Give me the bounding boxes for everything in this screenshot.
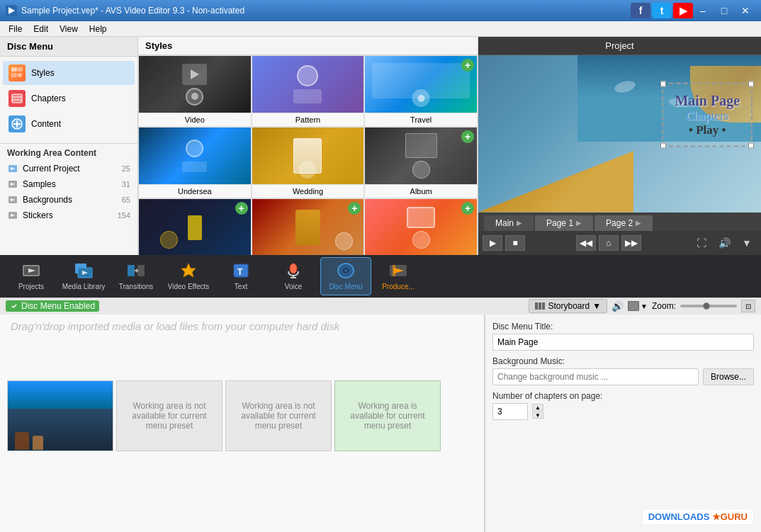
disc-title-section: Disc Menu Title: — [492, 322, 754, 351]
fullscreen-button[interactable]: ⛶ — [692, 235, 711, 251]
minimize-button[interactable]: – — [693, 3, 713, 18]
preview-chapters: Chapters — [675, 109, 740, 123]
style-item-video[interactable]: Video — [138, 55, 252, 127]
youtube-icon[interactable]: ▶ — [673, 3, 693, 18]
working-item-stickers[interactable]: Stickers 154 — [0, 208, 137, 223]
current-project-count: 25 — [122, 164, 130, 173]
svg-rect-3 — [11, 67, 17, 72]
timeline-thumb-ocean[interactable] — [7, 380, 113, 451]
tab-main[interactable]: Main ▶ — [484, 215, 534, 231]
view-toggle[interactable]: ▼ — [628, 301, 648, 311]
backgrounds-icon — [7, 194, 18, 205]
svg-rect-45 — [539, 302, 541, 310]
working-item-backgrounds[interactable]: Backgrounds 65 — [0, 192, 137, 208]
style-item-undersea[interactable]: Undersea — [138, 127, 252, 198]
voice-label: Voice — [285, 283, 302, 290]
chapters-input[interactable] — [492, 403, 528, 420]
play-button[interactable]: ▶ — [483, 235, 502, 251]
volume-button[interactable]: 🔊 — [714, 235, 734, 251]
toolbar-voice[interactable]: Voice — [268, 257, 319, 295]
drag-drop-area: Drag'n'drop imported media or load files… — [0, 315, 485, 533]
current-project-icon — [7, 163, 18, 174]
toolbar-produce[interactable]: Produce... — [373, 257, 424, 295]
toolbar-video-effects[interactable]: Video Effects — [163, 257, 214, 295]
preview-area: Main Page Chapters • Play • — [478, 55, 761, 213]
disc-menu-label: Disc Menu — [329, 283, 362, 290]
menu-edit[interactable]: Edit — [28, 23, 54, 35]
styles-grid-container[interactable]: Video Pattern — [138, 55, 478, 255]
watermark: DOWNLOADS ★GURU — [642, 509, 754, 525]
main-toolbar: Projects Media Library Transitions Video… — [0, 255, 761, 298]
settings-button[interactable]: ▼ — [737, 235, 757, 251]
produce-icon — [388, 261, 409, 280]
close-button[interactable]: ✕ — [735, 3, 755, 18]
next-button[interactable]: ▶▶ — [621, 235, 641, 251]
menu-view[interactable]: View — [54, 23, 84, 35]
facebook-icon[interactable]: f — [631, 3, 650, 18]
home-button[interactable]: ⌂ — [599, 235, 619, 251]
bg-music-input[interactable] — [492, 368, 699, 385]
chapters-increment[interactable]: ▲ — [532, 404, 543, 411]
menu-help[interactable]: Help — [84, 23, 113, 35]
svg-marker-31 — [181, 264, 196, 277]
menu-file[interactable]: File — [3, 23, 28, 35]
maximize-button[interactable]: □ — [714, 3, 734, 18]
toolbar-transitions[interactable]: Transitions — [111, 257, 162, 295]
disc-title-input[interactable] — [492, 334, 754, 351]
style-thumb-wedding — [252, 128, 364, 184]
toolbar-text[interactable]: T Text — [215, 257, 266, 295]
chapters-label: Chapters — [31, 94, 66, 103]
tab-page1[interactable]: Page 1 ▶ — [535, 215, 593, 231]
svg-rect-44 — [535, 302, 538, 310]
style-item-travel[interactable]: + Travel — [364, 55, 478, 127]
travel-plus-icon: + — [461, 59, 474, 72]
style-item-cake[interactable]: + Cake — [364, 198, 478, 255]
samples-label: Samples — [23, 179, 56, 189]
tab-page2[interactable]: Page 2 ▶ — [594, 215, 653, 231]
bg-music-section: Background Music: Browse... — [492, 356, 754, 385]
style-thumb-cake: + — [365, 199, 477, 255]
toolbar-disc-menu[interactable]: Disc Menu — [320, 257, 371, 295]
chapters-row: ▲ ▼ — [492, 403, 754, 420]
style-item-pattern[interactable]: Pattern — [252, 55, 365, 127]
status-bar: Disc Menu Enabled Storyboard ▼ 🔊 ▼ Zoom:… — [0, 298, 761, 315]
nav-styles[interactable]: Styles — [3, 61, 135, 85]
cake-plus-icon: + — [461, 202, 474, 215]
storyboard-controls: Storyboard ▼ 🔊 ▼ Zoom: ⊡ — [529, 299, 755, 313]
preview-text-box: Main Page Chapters • Play • — [662, 83, 752, 147]
svg-rect-7 — [12, 94, 22, 103]
style-label-travel: Travel — [365, 113, 477, 126]
working-item-samples[interactable]: Samples 31 — [0, 176, 137, 192]
prev-button[interactable]: ◀◀ — [576, 235, 596, 251]
twitter-icon[interactable]: t — [652, 3, 672, 18]
chapters-decrement[interactable]: ▼ — [532, 412, 543, 419]
style-item-beaujolais[interactable]: + Beaujolais nouveau — [252, 198, 365, 255]
text-label: Text — [235, 283, 247, 290]
content-icon — [9, 115, 26, 132]
style-label-wedding: Wedding — [252, 184, 364, 198]
style-item-wedding[interactable]: Wedding — [252, 127, 365, 198]
nav-content[interactable]: Content — [3, 112, 135, 136]
projects-label: Projects — [18, 283, 44, 290]
item-left: Backgrounds — [7, 194, 72, 205]
toolbar-projects[interactable]: Projects — [6, 257, 57, 295]
fit-button[interactable]: ⊡ — [741, 300, 755, 312]
style-item-saints[interactable]: + All Saints' Day — [138, 198, 252, 255]
working-item-current-project[interactable]: Current Project 25 — [0, 161, 137, 176]
zoom-label: Zoom: — [652, 301, 676, 311]
stop-button[interactable]: ■ — [505, 235, 525, 251]
check-icon — [10, 302, 18, 310]
browse-button[interactable]: Browse... — [703, 368, 754, 385]
storyboard-button[interactable]: Storyboard ▼ — [529, 299, 607, 313]
nav-chapters[interactable]: Chapters — [3, 86, 135, 111]
samples-count: 31 — [122, 180, 130, 188]
style-item-album[interactable]: + Album — [364, 127, 478, 198]
timeline-items: Working area is not available for curren… — [0, 338, 484, 533]
social-icons: f t ▶ — [631, 3, 693, 18]
tab-arrow-main: ▶ — [517, 219, 522, 227]
drag-drop-label: Drag'n'drop imported media or load files… — [0, 315, 484, 338]
transitions-icon — [125, 261, 147, 280]
toolbar-media-library[interactable]: Media Library — [58, 257, 109, 295]
styles-header: Styles — [138, 37, 478, 55]
zoom-slider[interactable] — [680, 305, 737, 307]
